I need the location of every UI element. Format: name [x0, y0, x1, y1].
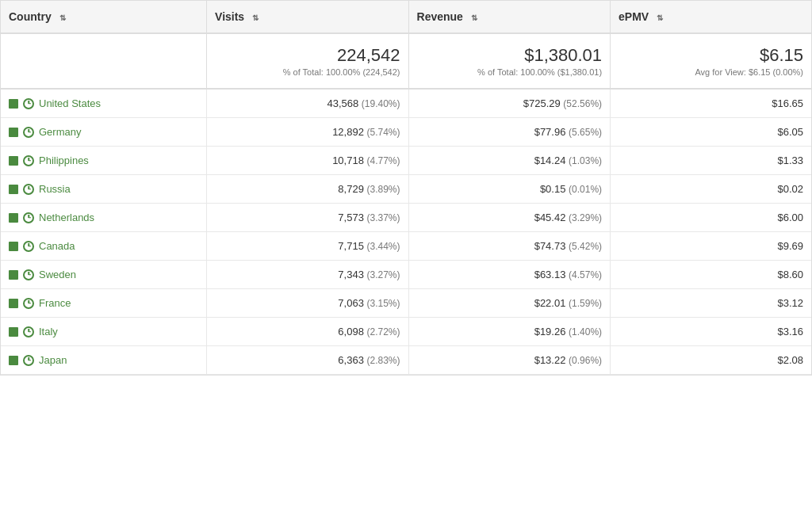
epmv-cell: $1.33	[611, 147, 811, 175]
visits-cell: 7,343 (3.27%)	[207, 261, 408, 289]
visits-cell: 43,568 (19.40%)	[207, 89, 408, 118]
bar-icon	[9, 213, 18, 223]
visits-cell: 10,718 (4.77%)	[207, 147, 408, 175]
bar-icon	[9, 356, 18, 365]
revenue-sort-icon: ⇅	[471, 13, 477, 22]
visits-cell: 6,098 (2.72%)	[207, 318, 408, 346]
country-cell: Italy	[1, 318, 207, 346]
country-cell: United States	[1, 89, 207, 118]
clock-icon	[23, 241, 34, 252]
visits-pct: (3.27%)	[367, 269, 400, 280]
country-cell: Canada	[1, 232, 207, 261]
epmv-cell: $8.60	[611, 261, 811, 289]
revenue-cell: $22.01 (1.59%)	[408, 289, 611, 318]
totals-epmv-sub: Avg for View: $6.15 (0.00%)	[619, 67, 803, 77]
totals-revenue-main: $1,380.01	[417, 45, 603, 66]
bar-icon	[9, 327, 18, 337]
clock-icon	[23, 269, 34, 280]
visits-pct: (3.15%)	[367, 298, 400, 309]
revenue-header[interactable]: Revenue ⇅	[408, 1, 611, 33]
clock-icon	[23, 155, 34, 166]
table-row: Italy 6,098 (2.72%)$19.26 (1.40%)$3.16	[1, 318, 811, 346]
country-link[interactable]: Italy	[39, 326, 58, 337]
visits-cell: 7,063 (3.15%)	[207, 289, 408, 318]
epmv-cell: $9.69	[611, 232, 811, 261]
table-row: Netherlands 7,573 (3.37%)$45.42 (3.29%)$…	[1, 204, 811, 232]
revenue-cell: $74.73 (5.42%)	[408, 232, 611, 261]
country-link[interactable]: Russia	[39, 183, 71, 195]
bar-icon	[9, 128, 18, 137]
totals-revenue-cell: $1,380.01 % of Total: 100.00% ($1,380.01…	[408, 33, 611, 89]
country-link[interactable]: France	[39, 297, 71, 309]
visits-pct: (3.37%)	[367, 212, 400, 223]
epmv-sort-icon: ⇅	[657, 13, 663, 22]
epmv-cell: $6.05	[611, 118, 811, 147]
visits-cell: 12,892 (5.74%)	[207, 118, 408, 147]
table-row: Russia 8,729 (3.89%)$0.15 (0.01%)$0.02	[1, 175, 811, 204]
table-row: Germany 12,892 (5.74%)$77.96 (5.65%)$6.0…	[1, 118, 811, 147]
visits-header-label: Visits	[215, 10, 244, 23]
revenue-cell: $14.24 (1.03%)	[408, 147, 611, 175]
country-header[interactable]: Country ⇅	[1, 1, 207, 33]
bar-icon	[9, 299, 18, 308]
totals-visits-main: 224,542	[215, 45, 400, 66]
visits-pct: (3.89%)	[367, 184, 400, 195]
clock-icon	[23, 355, 34, 366]
epmv-header[interactable]: ePMV ⇅	[611, 1, 811, 33]
country-cell: Netherlands	[1, 204, 207, 232]
table-row: France 7,063 (3.15%)$22.01 (1.59%)$3.12	[1, 289, 811, 318]
epmv-cell: $0.02	[611, 175, 811, 204]
totals-country-cell	[1, 33, 207, 89]
country-link[interactable]: Canada	[39, 240, 75, 252]
visits-pct: (4.77%)	[367, 155, 400, 166]
clock-icon	[23, 298, 34, 309]
revenue-header-label: Revenue	[417, 10, 463, 23]
country-cell: Japan	[1, 346, 207, 375]
clock-icon	[23, 98, 34, 109]
revenue-cell: $19.26 (1.40%)	[408, 318, 611, 346]
revenue-pct: (0.01%)	[569, 184, 602, 195]
country-cell: Sweden	[1, 261, 207, 289]
revenue-pct: (52.56%)	[563, 98, 602, 109]
revenue-pct: (1.40%)	[569, 326, 602, 337]
country-link[interactable]: Netherlands	[39, 212, 94, 223]
table-row: United States 43,568 (19.40%)$725.29 (52…	[1, 89, 811, 118]
revenue-pct: (5.65%)	[569, 127, 602, 138]
clock-icon	[23, 212, 34, 223]
header-row: Country ⇅ Visits ⇅ Revenue ⇅ ePMV ⇅	[1, 1, 811, 33]
totals-epmv-cell: $6.15 Avg for View: $6.15 (0.00%)	[611, 33, 811, 89]
bar-icon	[9, 156, 18, 166]
country-header-label: Country	[9, 10, 52, 23]
visits-cell: 8,729 (3.89%)	[207, 175, 408, 204]
revenue-pct: (5.42%)	[569, 241, 602, 252]
revenue-cell: $77.96 (5.65%)	[408, 118, 611, 147]
country-cell: France	[1, 289, 207, 318]
visits-sort-icon: ⇅	[252, 13, 259, 22]
revenue-pct: (4.57%)	[569, 269, 602, 280]
totals-row: 224,542 % of Total: 100.00% (224,542) $1…	[1, 33, 811, 89]
country-link[interactable]: Philippines	[39, 154, 89, 166]
bar-icon	[9, 270, 18, 280]
country-sort-icon: ⇅	[59, 13, 66, 22]
visits-pct: (2.83%)	[367, 355, 400, 366]
visits-pct: (2.72%)	[367, 326, 400, 337]
clock-icon	[23, 326, 34, 337]
country-cell: Philippines	[1, 147, 207, 175]
clock-icon	[23, 127, 34, 138]
epmv-header-label: ePMV	[619, 10, 649, 23]
epmv-cell: $3.12	[611, 289, 811, 318]
country-link[interactable]: United States	[39, 97, 101, 109]
country-link[interactable]: Sweden	[39, 269, 76, 280]
epmv-cell: $16.65	[611, 89, 811, 118]
visits-header[interactable]: Visits ⇅	[207, 1, 408, 33]
country-link[interactable]: Germany	[39, 126, 81, 138]
revenue-cell: $45.42 (3.29%)	[408, 204, 611, 232]
epmv-cell: $6.00	[611, 204, 811, 232]
country-cell: Russia	[1, 175, 207, 204]
totals-epmv-main: $6.15	[619, 45, 803, 66]
revenue-pct: (3.29%)	[569, 212, 602, 223]
country-link[interactable]: Japan	[39, 354, 67, 366]
revenue-cell: $0.15 (0.01%)	[408, 175, 611, 204]
totals-visits-cell: 224,542 % of Total: 100.00% (224,542)	[207, 33, 408, 89]
totals-revenue-sub: % of Total: 100.00% ($1,380.01)	[417, 67, 603, 77]
